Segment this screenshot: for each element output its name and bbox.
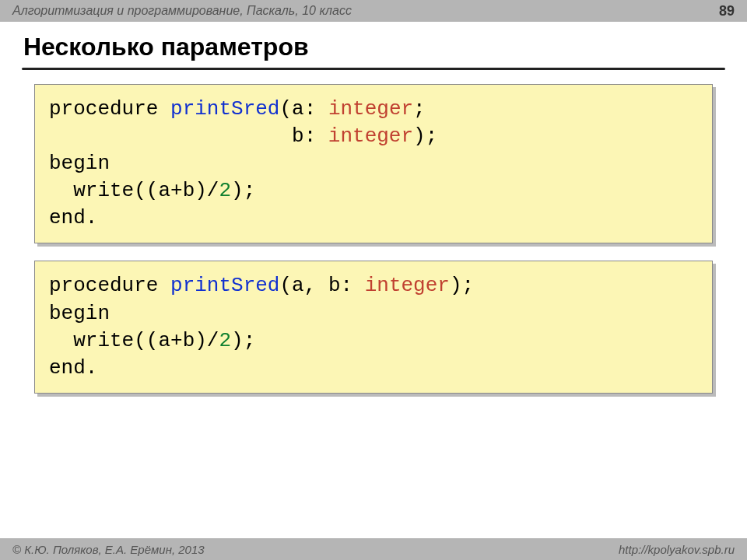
code-text: integer [365, 274, 450, 297]
code-box-1: procedure printSred(a: integer; b: integ… [34, 84, 713, 243]
code-box-2: procedure printSred(a, b: integer); begi… [34, 261, 713, 393]
code-text: ); [450, 274, 474, 297]
code-text: ); [231, 329, 255, 352]
code-text: 2 [219, 329, 231, 352]
code-text: ; [413, 97, 426, 121]
code-text: (a, b: [279, 274, 364, 297]
code-text: ); [413, 124, 437, 148]
footer-copyright: © К.Ю. Поляков, Е.А. Ерёмин, 2013 [12, 543, 205, 556]
header-strip: Алгоритмизация и программирование, Паска… [0, 0, 747, 22]
slide-title: Несколько параметров [0, 22, 747, 68]
code-text: begin [49, 152, 110, 175]
code-text: integer [328, 97, 413, 121]
code-text: begin [49, 302, 110, 325]
code-text: write((a+b)/ [49, 179, 219, 202]
code-text: procedure [49, 97, 170, 121]
code-text: b: [49, 124, 328, 148]
title-underline [22, 68, 725, 70]
code-text: (a: [279, 97, 328, 121]
header-subject: Алгоритмизация и программирование, Паска… [12, 4, 352, 18]
code-text: integer [328, 124, 413, 148]
code-text: printSred [170, 274, 279, 297]
code-text: write((a+b)/ [49, 329, 219, 352]
page-number: 89 [719, 3, 735, 19]
code-text: end. [49, 356, 97, 380]
code-text: end. [49, 206, 97, 229]
code-text: printSred [170, 97, 279, 121]
footer-strip: © К.Ю. Поляков, Е.А. Ерёмин, 2013 http:/… [0, 538, 747, 560]
code-text: ); [231, 179, 255, 202]
code-text: 2 [219, 179, 231, 202]
code-text: procedure [49, 274, 170, 297]
footer-url: http://kpolyakov.spb.ru [619, 543, 735, 556]
